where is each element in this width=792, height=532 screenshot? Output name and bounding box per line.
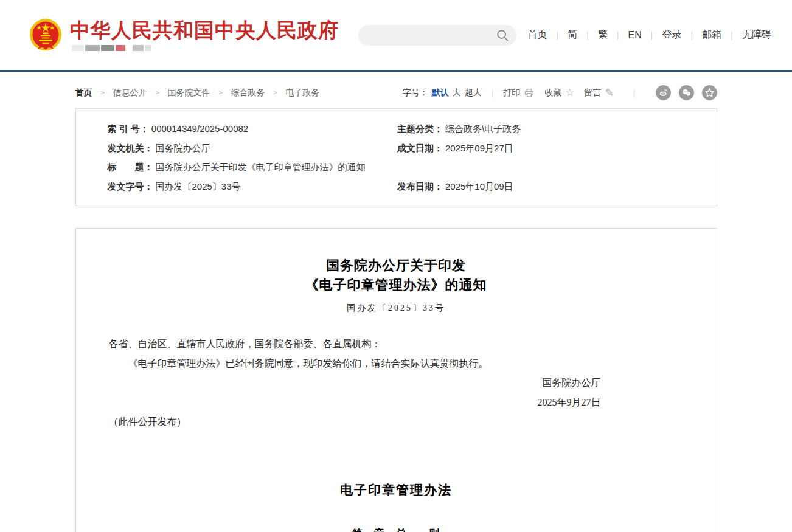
- chapter-heading: 第一章 总 则: [109, 527, 684, 532]
- nav-traditional[interactable]: 繁: [598, 29, 608, 41]
- favorite-button[interactable]: 收藏 ☆: [544, 88, 574, 98]
- font-size-large[interactable]: 大: [453, 88, 461, 98]
- printer-icon: [524, 88, 535, 98]
- nav-home[interactable]: 首页: [527, 29, 547, 41]
- search-icon[interactable]: [496, 29, 509, 42]
- nav-english[interactable]: EN: [628, 30, 642, 41]
- print-button[interactable]: 打印: [503, 88, 535, 98]
- meta-issuing-agency: 发文机关：国务院办公厅: [76, 139, 397, 158]
- document-title-line1: 国务院办公厅关于印发: [109, 256, 684, 275]
- breadcrumb-egovernment[interactable]: 电子政务: [286, 88, 320, 98]
- document-body: 各省、自治区、直辖市人民政府，国务院各部委、各直属机构： 《电子印章管理办法》已…: [109, 334, 684, 432]
- search-input[interactable]: [369, 30, 496, 40]
- top-nav: 首页 ｜ 简 ｜ 繁 ｜ EN ｜ 登录 ｜ 邮箱 ｜ 无障碍: [527, 29, 771, 41]
- nav-mail[interactable]: 邮箱: [702, 29, 721, 41]
- meta-title: 标 题：国务院办公厅关于印发《电子印章管理办法》的通知: [76, 157, 397, 177]
- signer: 国务院办公厅: [109, 373, 601, 393]
- breadcrumb: 首页 ＞ 信息公开 ＞ 国务院文件 ＞ 综合政务 ＞ 电子政务: [75, 88, 320, 98]
- nav-accessibility[interactable]: 无障碍: [742, 29, 771, 41]
- document-title-line2: 《电子印章管理办法》的通知: [109, 275, 684, 295]
- meta-index-number: 索 引 号：000014349/2025-00082: [76, 119, 397, 139]
- breadcrumb-separator: ＞: [99, 88, 106, 98]
- font-size-xlarge[interactable]: 超大: [465, 88, 482, 98]
- toolbar-divider: |: [633, 88, 636, 98]
- meta-topic-category: 主题分类：综合政务\电子政务: [396, 119, 717, 139]
- breadcrumb-separator: ＞: [272, 88, 279, 98]
- document-meta-box: 索 引 号：000014349/2025-00082 主题分类：综合政务\电子政…: [75, 108, 717, 206]
- breadcrumb-separator: ＞: [217, 88, 224, 98]
- comment-button[interactable]: 留言 ✎: [585, 88, 614, 98]
- weibo-share-icon[interactable]: [656, 85, 671, 100]
- nav-divider: ｜: [583, 30, 592, 41]
- blurred-subtext: [72, 45, 339, 52]
- nav-divider: ｜: [614, 30, 622, 41]
- font-size-default[interactable]: 默认: [432, 88, 449, 98]
- document-number: 国办发〔2025〕33号: [109, 303, 684, 314]
- national-emblem-logo: [29, 18, 62, 52]
- body-paragraph: 《电子印章管理办法》已经国务院同意，现印发给你们，请结合实际认真贯彻执行。: [109, 354, 684, 373]
- toolbar-divider: |: [492, 88, 494, 98]
- breadcrumb-toolbar-row: 首页 ＞ 信息公开 ＞ 国务院文件 ＞ 综合政务 ＞ 电子政务 字号： 默认 大…: [75, 85, 717, 100]
- breadcrumb-general-affairs[interactable]: 综合政务: [231, 88, 265, 98]
- font-size-label: 字号：: [403, 88, 428, 98]
- wechat-share-icon[interactable]: [679, 85, 694, 100]
- meta-empty-cell: [396, 157, 717, 177]
- breadcrumb-separator: ＞: [154, 88, 161, 98]
- breadcrumb-state-council-docs[interactable]: 国务院文件: [168, 88, 210, 98]
- breadcrumb-info-disclosure[interactable]: 信息公开: [113, 88, 147, 98]
- nav-login[interactable]: 登录: [662, 29, 682, 41]
- page-toolbar: 字号： 默认 大 超大 | 打印 收藏 ☆ 留言 ✎ |: [403, 85, 717, 100]
- sign-date: 2025年9月27日: [109, 393, 601, 412]
- star-icon: ☆: [565, 88, 574, 98]
- brand[interactable]: 中华人民共和国中央人民政府: [29, 18, 339, 52]
- law-title: 电子印章管理办法: [109, 482, 684, 499]
- breadcrumb-home[interactable]: 首页: [75, 88, 92, 98]
- nav-divider: ｜: [688, 30, 696, 41]
- nav-divider: ｜: [553, 30, 561, 41]
- site-header: 中华人民共和国中央人民政府 首页 ｜ 简 ｜ 繁 ｜ EN ｜ 登录 ｜ 邮箱: [0, 0, 792, 72]
- document-title: 国务院办公厅关于印发 《电子印章管理办法》的通知: [109, 256, 684, 295]
- document-content-box: 国务院办公厅关于印发 《电子印章管理办法》的通知 国办发〔2025〕33号 各省…: [75, 228, 717, 532]
- site-title: 中华人民共和国中央人民政府: [70, 19, 339, 42]
- search-box[interactable]: [358, 25, 516, 46]
- meta-written-date: 成文日期：2025年09月27日: [396, 139, 717, 158]
- public-release-note: （此件公开发布）: [109, 412, 684, 432]
- meta-doc-number: 发文字号：国办发〔2025〕33号: [76, 177, 397, 196]
- salutation-paragraph: 各省、自治区、直辖市人民政府，国务院各部委、各直属机构：: [109, 334, 684, 354]
- nav-divider: ｜: [648, 30, 656, 41]
- pencil-icon: ✎: [605, 88, 614, 98]
- qzone-share-icon[interactable]: [702, 85, 717, 100]
- nav-simplified[interactable]: 简: [568, 29, 577, 41]
- signature-block: 国务院办公厅 2025年9月27日: [109, 373, 684, 412]
- nav-divider: ｜: [728, 30, 736, 41]
- share-group: [648, 85, 717, 100]
- meta-publish-date: 发布日期：2025年10月09日: [396, 177, 717, 196]
